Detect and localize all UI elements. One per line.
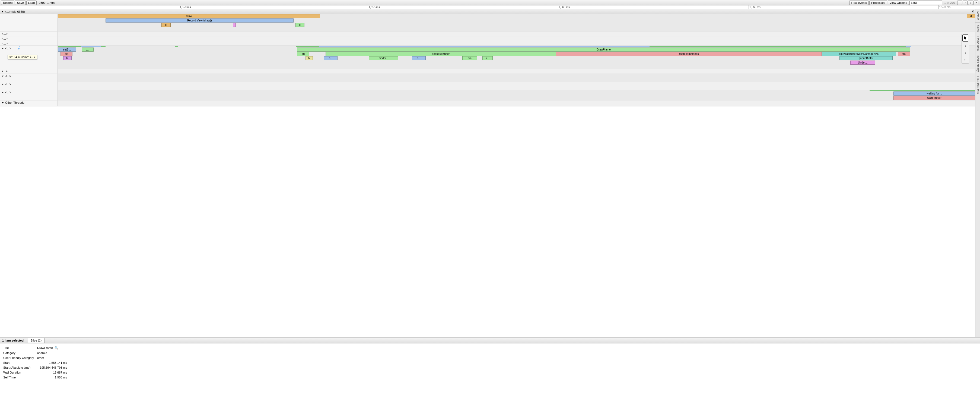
slice-sets[interactable]: setS... <box>58 48 76 52</box>
file-size-stats-tab[interactable]: File Size Stats <box>975 74 980 96</box>
disclosure-icon[interactable]: ▼ <box>1 10 3 13</box>
slice-bin[interactable]: bin <box>462 56 477 60</box>
process-title: <...> (pid 6360) <box>5 10 25 13</box>
slice-egl[interactable]: eglSwapBuffersWithDamageKHR <box>822 52 896 56</box>
slice-bi[interactable]: bi <box>161 23 171 27</box>
track-label[interactable]: <...> <box>0 69 58 73</box>
fit-button[interactable]: ↔ <box>962 56 969 63</box>
detail-value: 1,553.141 ms <box>37 361 70 365</box>
disclosure-icon[interactable]: ▼ <box>2 91 4 94</box>
disclosure-icon[interactable]: ▼ <box>2 75 4 78</box>
detail-value: 15.687 ms <box>37 370 70 375</box>
slice-flush[interactable]: flush commands <box>556 52 822 56</box>
other-threads-header[interactable]: ▼ Other Threads <box>0 100 58 106</box>
slice-fra[interactable]: fra <box>898 52 910 56</box>
frame-data-tab[interactable]: Frame Data <box>975 34 980 53</box>
processes-button[interactable]: Processes <box>869 0 887 5</box>
search-input[interactable] <box>910 0 942 5</box>
disclosure-icon[interactable]: ▼ <box>2 83 4 86</box>
slice-b3[interactable]: b... <box>412 56 426 60</box>
detail-value: android <box>37 351 70 355</box>
ruler-tick: 1,550 ms <box>179 5 191 9</box>
slice-drawframe[interactable]: DrawFrame <box>297 48 910 52</box>
time-ruler[interactable]: 1,550 ms 1,555 ms 1,560 ms 1,565 ms 1,57… <box>58 5 975 9</box>
details-header: 1 item selected. Slice (1) <box>0 338 980 344</box>
detail-value: DrawFrame🔍 <box>37 345 70 350</box>
track-name: <...> <box>5 83 11 86</box>
track-label[interactable]: <...> <box>0 41 58 46</box>
flow-events-button[interactable]: Flow events <box>849 0 869 5</box>
slice-dequeue[interactable]: dequeueBuffer <box>326 52 556 56</box>
slice-binder2[interactable]: binder... <box>850 60 875 65</box>
detail-key: User Friendly Category <box>3 356 37 360</box>
ruler-tick: 1,565 ms <box>749 5 760 9</box>
help-button[interactable]: ? <box>974 0 978 5</box>
slice-set[interactable]: set <box>60 52 72 56</box>
timeline-area[interactable]: ▼ <...> (pid 6360) ✕ draw d Record View#… <box>0 9 975 337</box>
alerts-tab[interactable]: Alerts <box>975 22 980 34</box>
search-prev-button[interactable]: ← <box>957 0 962 5</box>
ruler-tick: 1,570 ms <box>939 5 950 9</box>
track-label[interactable]: ▼ <...> <box>0 82 58 90</box>
detail-key: Wall Duration <box>3 370 37 375</box>
other-threads-label: Other Threads <box>5 101 24 104</box>
side-panel-tabs: Metrics Alerts Frame Data Input Latency … <box>975 9 980 337</box>
slice-tiny[interactable] <box>233 23 236 27</box>
metrics-tab[interactable]: Metrics <box>975 9 980 22</box>
slice-record-view[interactable]: Record View#draw() <box>105 19 294 22</box>
track-name: <...> <box>5 91 11 94</box>
pan-up-button[interactable]: ↕ <box>962 42 969 49</box>
detail-value: other <box>37 356 70 360</box>
close-icon[interactable]: ✕ <box>972 10 974 13</box>
track-label[interactable]: ▼ <...> <box>0 90 58 100</box>
selection-count-label: 1 item selected. <box>2 339 24 342</box>
slice-bi2[interactable]: bi <box>305 56 313 60</box>
magnify-icon[interactable]: 🔍 <box>54 346 58 349</box>
detail-key: Self Time <box>3 375 37 379</box>
pan-down-button[interactable]: ↓ <box>962 49 969 56</box>
slice-b2[interactable]: b... <box>324 56 337 60</box>
track-label[interactable] <box>0 14 58 31</box>
slice-tab[interactable]: Slice (1) <box>28 338 45 343</box>
track-name: <...> <box>5 75 11 78</box>
pointer-tool-button[interactable] <box>963 35 968 41</box>
disclosure-icon[interactable]: ▼ <box>2 47 4 50</box>
ruler-tick: 1,555 ms <box>368 5 380 9</box>
slice-bi[interactable]: bi <box>296 23 305 27</box>
slice-d[interactable]: d <box>967 14 975 18</box>
navigation-tools: ↕ ↓ ↔ <box>962 33 969 64</box>
input-latency-tab[interactable]: Input Latency <box>975 53 980 74</box>
detail-key: Title <box>3 345 37 350</box>
disclosure-icon[interactable]: ▼ <box>2 102 4 104</box>
slice-waiting[interactable]: waiting for ... <box>893 91 975 96</box>
view-options-button[interactable]: View Options <box>888 0 909 5</box>
slice-b[interactable]: b... <box>82 48 94 52</box>
detail-value: 1.955 ms <box>37 375 70 379</box>
detail-key: Category <box>3 351 37 355</box>
track-label[interactable]: ▼ <...> <box>0 74 58 82</box>
ruler-tick: 1,560 ms <box>558 5 570 9</box>
search-more-button[interactable]: » <box>968 0 973 5</box>
details-table: TitleDrawFrame🔍 Categoryandroid User Fri… <box>3 345 70 380</box>
save-button[interactable]: Save <box>15 0 25 5</box>
detail-key: Start <box>3 361 37 365</box>
track-name: <...> <box>5 47 11 50</box>
slice-waitforever[interactable]: waitForever <box>893 96 975 100</box>
process-header[interactable]: ▼ <...> (pid 6360) ✕ <box>0 9 975 14</box>
track-label[interactable]: <...> <box>0 37 58 41</box>
slice-bi[interactable]: bi <box>63 56 72 60</box>
record-button[interactable]: Record <box>1 0 14 5</box>
track-label[interactable]: ▼ <...> ↙ tid: 6456, name: <...> <box>0 46 58 69</box>
detail-value: 195,694,448.795 ms <box>37 365 70 370</box>
search-next-button[interactable]: → <box>963 0 967 5</box>
slice-binder[interactable]: binder... <box>369 56 398 60</box>
load-button[interactable]: Load <box>26 0 37 5</box>
slice-qu[interactable]: qu <box>297 52 309 56</box>
slice-draw[interactable]: draw <box>58 14 320 18</box>
slice-i[interactable]: i... <box>482 56 492 60</box>
detail-key: Start (Absolute time) <box>3 365 37 370</box>
details-panel: 1 item selected. Slice (1) TitleDrawFram… <box>0 337 980 398</box>
search-count: 1 of 270 <box>944 1 955 4</box>
slice-queue[interactable]: queueBuffer <box>840 56 892 60</box>
track-label[interactable]: <...> <box>0 32 58 36</box>
